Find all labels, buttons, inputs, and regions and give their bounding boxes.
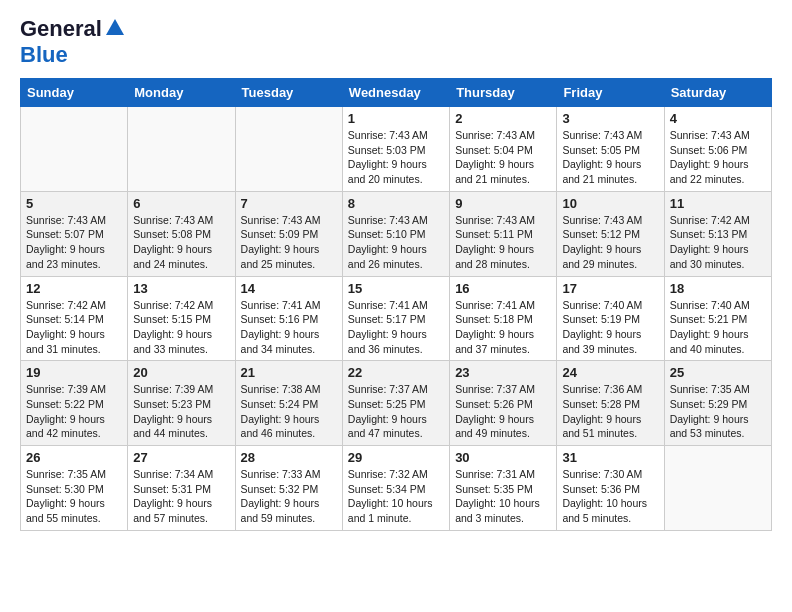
day-number: 2: [455, 111, 551, 126]
logo: General Blue: [20, 16, 126, 68]
cell-info: Sunrise: 7:34 AM Sunset: 5:31 PM Dayligh…: [133, 467, 229, 526]
calendar-cell: 22Sunrise: 7:37 AM Sunset: 5:25 PM Dayli…: [342, 361, 449, 446]
day-number: 15: [348, 281, 444, 296]
cell-info: Sunrise: 7:31 AM Sunset: 5:35 PM Dayligh…: [455, 467, 551, 526]
calendar-cell: 23Sunrise: 7:37 AM Sunset: 5:26 PM Dayli…: [450, 361, 557, 446]
calendar-cell: [235, 107, 342, 192]
calendar-cell: 26Sunrise: 7:35 AM Sunset: 5:30 PM Dayli…: [21, 446, 128, 531]
calendar-cell: 29Sunrise: 7:32 AM Sunset: 5:34 PM Dayli…: [342, 446, 449, 531]
cell-info: Sunrise: 7:37 AM Sunset: 5:25 PM Dayligh…: [348, 382, 444, 441]
calendar-cell: 4Sunrise: 7:43 AM Sunset: 5:06 PM Daylig…: [664, 107, 771, 192]
cell-info: Sunrise: 7:35 AM Sunset: 5:29 PM Dayligh…: [670, 382, 766, 441]
calendar-week-row: 1Sunrise: 7:43 AM Sunset: 5:03 PM Daylig…: [21, 107, 772, 192]
calendar-cell: 1Sunrise: 7:43 AM Sunset: 5:03 PM Daylig…: [342, 107, 449, 192]
calendar-cell: [664, 446, 771, 531]
calendar-cell: 31Sunrise: 7:30 AM Sunset: 5:36 PM Dayli…: [557, 446, 664, 531]
cell-info: Sunrise: 7:40 AM Sunset: 5:21 PM Dayligh…: [670, 298, 766, 357]
calendar-cell: 10Sunrise: 7:43 AM Sunset: 5:12 PM Dayli…: [557, 191, 664, 276]
cell-info: Sunrise: 7:42 AM Sunset: 5:13 PM Dayligh…: [670, 213, 766, 272]
cell-info: Sunrise: 7:33 AM Sunset: 5:32 PM Dayligh…: [241, 467, 337, 526]
cell-info: Sunrise: 7:38 AM Sunset: 5:24 PM Dayligh…: [241, 382, 337, 441]
calendar-header-row: SundayMondayTuesdayWednesdayThursdayFrid…: [21, 79, 772, 107]
cell-info: Sunrise: 7:42 AM Sunset: 5:14 PM Dayligh…: [26, 298, 122, 357]
cell-info: Sunrise: 7:30 AM Sunset: 5:36 PM Dayligh…: [562, 467, 658, 526]
calendar-cell: 6Sunrise: 7:43 AM Sunset: 5:08 PM Daylig…: [128, 191, 235, 276]
day-number: 18: [670, 281, 766, 296]
calendar-week-row: 26Sunrise: 7:35 AM Sunset: 5:30 PM Dayli…: [21, 446, 772, 531]
cell-info: Sunrise: 7:43 AM Sunset: 5:10 PM Dayligh…: [348, 213, 444, 272]
day-number: 4: [670, 111, 766, 126]
day-number: 1: [348, 111, 444, 126]
day-number: 10: [562, 196, 658, 211]
day-number: 22: [348, 365, 444, 380]
cell-info: Sunrise: 7:39 AM Sunset: 5:23 PM Dayligh…: [133, 382, 229, 441]
day-number: 30: [455, 450, 551, 465]
calendar-cell: 19Sunrise: 7:39 AM Sunset: 5:22 PM Dayli…: [21, 361, 128, 446]
calendar-cell: 28Sunrise: 7:33 AM Sunset: 5:32 PM Dayli…: [235, 446, 342, 531]
calendar-cell: 2Sunrise: 7:43 AM Sunset: 5:04 PM Daylig…: [450, 107, 557, 192]
cell-info: Sunrise: 7:35 AM Sunset: 5:30 PM Dayligh…: [26, 467, 122, 526]
logo-blue: Blue: [20, 42, 68, 67]
cell-info: Sunrise: 7:41 AM Sunset: 5:18 PM Dayligh…: [455, 298, 551, 357]
day-number: 6: [133, 196, 229, 211]
weekday-header-tuesday: Tuesday: [235, 79, 342, 107]
calendar-cell: 5Sunrise: 7:43 AM Sunset: 5:07 PM Daylig…: [21, 191, 128, 276]
day-number: 12: [26, 281, 122, 296]
calendar-cell: 9Sunrise: 7:43 AM Sunset: 5:11 PM Daylig…: [450, 191, 557, 276]
calendar-cell: 17Sunrise: 7:40 AM Sunset: 5:19 PM Dayli…: [557, 276, 664, 361]
calendar-cell: 20Sunrise: 7:39 AM Sunset: 5:23 PM Dayli…: [128, 361, 235, 446]
svg-marker-0: [106, 19, 124, 35]
day-number: 5: [26, 196, 122, 211]
cell-info: Sunrise: 7:43 AM Sunset: 5:12 PM Dayligh…: [562, 213, 658, 272]
cell-info: Sunrise: 7:36 AM Sunset: 5:28 PM Dayligh…: [562, 382, 658, 441]
day-number: 11: [670, 196, 766, 211]
cell-info: Sunrise: 7:39 AM Sunset: 5:22 PM Dayligh…: [26, 382, 122, 441]
day-number: 13: [133, 281, 229, 296]
calendar-cell: 27Sunrise: 7:34 AM Sunset: 5:31 PM Dayli…: [128, 446, 235, 531]
day-number: 25: [670, 365, 766, 380]
logo-general: General: [20, 16, 102, 42]
weekday-header-sunday: Sunday: [21, 79, 128, 107]
calendar-cell: 25Sunrise: 7:35 AM Sunset: 5:29 PM Dayli…: [664, 361, 771, 446]
day-number: 9: [455, 196, 551, 211]
day-number: 26: [26, 450, 122, 465]
cell-info: Sunrise: 7:40 AM Sunset: 5:19 PM Dayligh…: [562, 298, 658, 357]
calendar-cell: 14Sunrise: 7:41 AM Sunset: 5:16 PM Dayli…: [235, 276, 342, 361]
calendar-cell: [128, 107, 235, 192]
weekday-header-wednesday: Wednesday: [342, 79, 449, 107]
cell-info: Sunrise: 7:43 AM Sunset: 5:11 PM Dayligh…: [455, 213, 551, 272]
cell-info: Sunrise: 7:41 AM Sunset: 5:16 PM Dayligh…: [241, 298, 337, 357]
calendar-cell: 7Sunrise: 7:43 AM Sunset: 5:09 PM Daylig…: [235, 191, 342, 276]
calendar-cell: 13Sunrise: 7:42 AM Sunset: 5:15 PM Dayli…: [128, 276, 235, 361]
day-number: 21: [241, 365, 337, 380]
day-number: 23: [455, 365, 551, 380]
day-number: 27: [133, 450, 229, 465]
day-number: 19: [26, 365, 122, 380]
cell-info: Sunrise: 7:32 AM Sunset: 5:34 PM Dayligh…: [348, 467, 444, 526]
day-number: 14: [241, 281, 337, 296]
logo-icon: [104, 17, 126, 39]
page: General Blue SundayMondayTuesdayWednesda…: [0, 0, 792, 547]
day-number: 24: [562, 365, 658, 380]
day-number: 7: [241, 196, 337, 211]
day-number: 20: [133, 365, 229, 380]
calendar-cell: 16Sunrise: 7:41 AM Sunset: 5:18 PM Dayli…: [450, 276, 557, 361]
calendar-week-row: 19Sunrise: 7:39 AM Sunset: 5:22 PM Dayli…: [21, 361, 772, 446]
cell-info: Sunrise: 7:37 AM Sunset: 5:26 PM Dayligh…: [455, 382, 551, 441]
header: General Blue: [20, 16, 772, 68]
cell-info: Sunrise: 7:43 AM Sunset: 5:09 PM Dayligh…: [241, 213, 337, 272]
day-number: 16: [455, 281, 551, 296]
cell-info: Sunrise: 7:43 AM Sunset: 5:06 PM Dayligh…: [670, 128, 766, 187]
calendar-cell: 3Sunrise: 7:43 AM Sunset: 5:05 PM Daylig…: [557, 107, 664, 192]
day-number: 29: [348, 450, 444, 465]
calendar-cell: 18Sunrise: 7:40 AM Sunset: 5:21 PM Dayli…: [664, 276, 771, 361]
weekday-header-monday: Monday: [128, 79, 235, 107]
cell-info: Sunrise: 7:43 AM Sunset: 5:03 PM Dayligh…: [348, 128, 444, 187]
calendar: SundayMondayTuesdayWednesdayThursdayFrid…: [20, 78, 772, 531]
weekday-header-friday: Friday: [557, 79, 664, 107]
calendar-cell: 15Sunrise: 7:41 AM Sunset: 5:17 PM Dayli…: [342, 276, 449, 361]
cell-info: Sunrise: 7:43 AM Sunset: 5:04 PM Dayligh…: [455, 128, 551, 187]
calendar-cell: 11Sunrise: 7:42 AM Sunset: 5:13 PM Dayli…: [664, 191, 771, 276]
calendar-week-row: 12Sunrise: 7:42 AM Sunset: 5:14 PM Dayli…: [21, 276, 772, 361]
day-number: 8: [348, 196, 444, 211]
